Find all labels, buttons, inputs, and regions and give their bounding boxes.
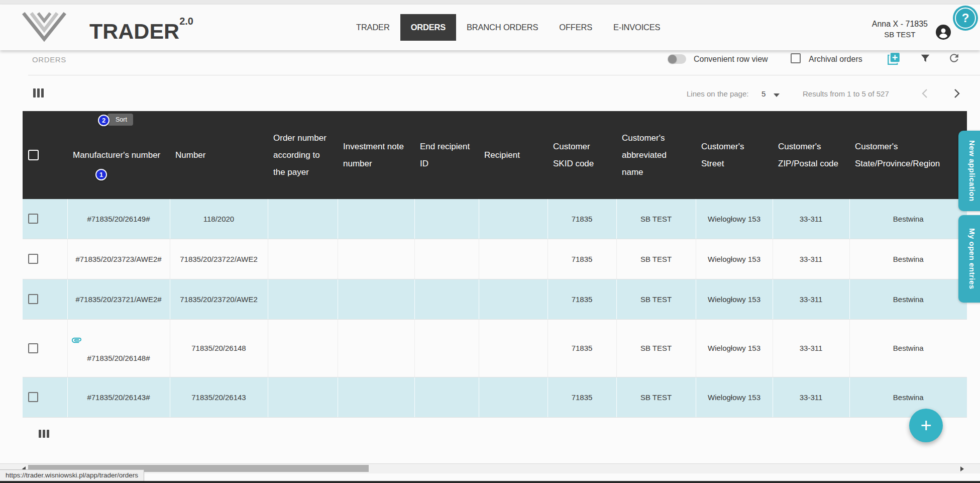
cell-customer-abbreviated-name: SB TEST [616,239,696,279]
row-checkbox[interactable] [28,294,38,304]
row-select-cell [23,239,67,279]
add-to-list-icon[interactable] [887,52,901,65]
cell-customer-street: Wielogłowy 153 [696,279,773,319]
column-settings-icon-bottom[interactable] [39,430,49,438]
cell-investment-note-number [338,199,414,239]
add-order-button[interactable]: + [909,409,943,442]
cell-investment-note-number [338,319,414,377]
app-window: TRADER2.0 TRADERORDERSBRANCH ORDERSOFFER… [0,0,980,483]
table-row[interactable]: #71835/20/26148#71835/20/2614871835SB TE… [23,319,967,377]
table-row[interactable]: #71835/20/26143#71835/20/2614371835SB TE… [23,377,967,417]
account-icon[interactable] [936,25,951,40]
cell-customer-abbreviated-name: SB TEST [616,319,696,377]
column-header-customer-s-abbreviated-name[interactable]: Customer's abbreviated name [616,111,696,199]
nav-item-e-invoices[interactable]: E-INVOICES [603,5,671,50]
table-body: #71835/20/26149#118/202071835SB TESTWiel… [23,199,967,417]
column-header-recipient[interactable]: Recipient [479,111,548,199]
archival-orders-label: Archival orders [809,55,862,64]
nav-item-branch-orders[interactable]: BRANCH ORDERS [456,5,549,50]
user-company: SB TEST [872,29,928,40]
user-info: Anna X - 71835 SB TEST [872,19,928,40]
column-header-customer-s-state-province-region[interactable]: Customer's State/Province/Region [849,111,967,199]
cell-customer-zip-postal: 33-311 [773,377,849,417]
help-button[interactable]: ? [953,6,978,31]
cell-number: 71835/20/23720/AWE2 [170,279,268,319]
row-select-cell [23,279,67,319]
table-row[interactable]: #71835/20/26149#118/202071835SB TESTWiel… [23,199,967,239]
next-page-icon[interactable] [950,87,962,100]
cell-investment-note-number [338,377,414,417]
scrollbar-right-arrow[interactable] [960,466,964,471]
cell-customer-skid-code: 71835 [548,377,616,417]
cell-customer-zip-postal: 33-311 [773,199,849,239]
cell-number: 71835/20/23722/AWE2 [170,239,268,279]
row-checkbox[interactable] [28,392,38,402]
previous-page-icon[interactable] [919,87,931,100]
convenient-row-view-toggle[interactable] [668,54,686,64]
nav-item-trader[interactable]: TRADER [346,5,400,50]
table-row[interactable]: #71835/20/23721/AWE2#71835/20/23720/AWE2… [23,279,967,319]
row-select-cell [23,199,67,239]
row-checkbox[interactable] [28,214,38,224]
cell-end-recipient-id [414,319,479,377]
header-select-all-cell [23,111,67,199]
side-tab-new-application[interactable]: New application [958,131,980,211]
help-icon: ? [962,11,969,25]
cell-value: #71835/20/26148# [87,354,150,362]
orders-table: Manufacturer's numberNumberOrder number … [23,111,967,418]
nav-item-orders[interactable]: ORDERS [400,14,456,41]
column-header-number[interactable]: Number [170,111,268,199]
select-all-checkbox[interactable] [28,150,39,160]
cell-customer-abbreviated-name: SB TEST [616,279,696,319]
table-row[interactable]: #71835/20/23723/AWE2#71835/20/23722/AWE2… [23,239,967,279]
refresh-icon[interactable] [948,52,960,64]
cell-investment-note-number [338,279,414,319]
cell-customer-zip-postal: 33-311 [773,319,849,377]
cell-end-recipient-id [414,377,479,417]
column-header-customer-skid-code[interactable]: Customer SKID code [548,111,616,199]
lines-per-page-label: Lines on the page: [687,89,748,98]
column-header-end-recipient-id[interactable]: End recipient ID [414,111,479,199]
column-settings-icon[interactable] [33,88,44,98]
row-select-cell [23,319,67,377]
row-checkbox[interactable] [28,254,38,264]
window-bottom-edge [0,481,980,483]
lines-per-page-value[interactable]: 5 [761,89,766,98]
results-range-text: Results from 1 to 5 of 527 [803,89,889,98]
cell-manufacturer-number: #71835/20/23723/AWE2# [67,239,170,279]
cell-customer-skid-code: 71835 [548,319,616,377]
cell-number: 71835/20/26148 [170,319,268,377]
cell-end-recipient-id [414,199,479,239]
lines-per-page-dropdown-icon[interactable] [774,93,780,97]
main-nav: TRADERORDERSBRANCH ORDERSOFFERSE-INVOICE… [346,5,671,50]
window-top-strip [0,0,980,5]
table-header: Manufacturer's numberNumberOrder number … [23,111,967,199]
sort-order-badge-1: 1 [95,169,107,180]
column-header-customer-s-zip-postal-code[interactable]: Customer's ZIP/Postal code [773,111,849,199]
cell-customer-region: Bestwina [849,239,967,279]
side-tab-my-open-entries[interactable]: My open entries [958,215,980,303]
row-checkbox[interactable] [28,343,38,353]
cell-end-recipient-id [414,279,479,319]
column-header-investment-note-number[interactable]: Investment note number [338,111,414,199]
cell-recipient [479,199,548,239]
cell-number: 71835/20/26143 [170,377,268,417]
cell-customer-street: Wielogłowy 153 [696,199,773,239]
cell-customer-abbreviated-name: SB TEST [616,377,696,417]
user-name: Anna X - 71835 [872,19,928,29]
cell-customer-region: Bestwina [849,279,967,319]
convenient-row-view-label: Convenient row view [694,55,768,64]
column-header-order-number-according-to-the-payer[interactable]: Order number according to the payer [268,111,338,199]
cell-customer-zip-postal: 33-311 [773,279,849,319]
toggle-knob [668,55,677,63]
sort-hint-label: Sort [107,114,133,126]
column-header-customer-s-street[interactable]: Customer's Street [696,111,773,199]
filter-icon[interactable] [920,53,931,64]
nav-item-offers[interactable]: OFFERS [549,5,603,50]
archival-orders-checkbox[interactable] [791,53,801,63]
brand-logo-icon [20,11,68,42]
brand-version: 2.0 [179,16,193,27]
cell-customer-zip-postal: 33-311 [773,239,849,279]
plus-icon: + [920,415,931,436]
sort-order-badge-2: 2 [98,115,110,126]
